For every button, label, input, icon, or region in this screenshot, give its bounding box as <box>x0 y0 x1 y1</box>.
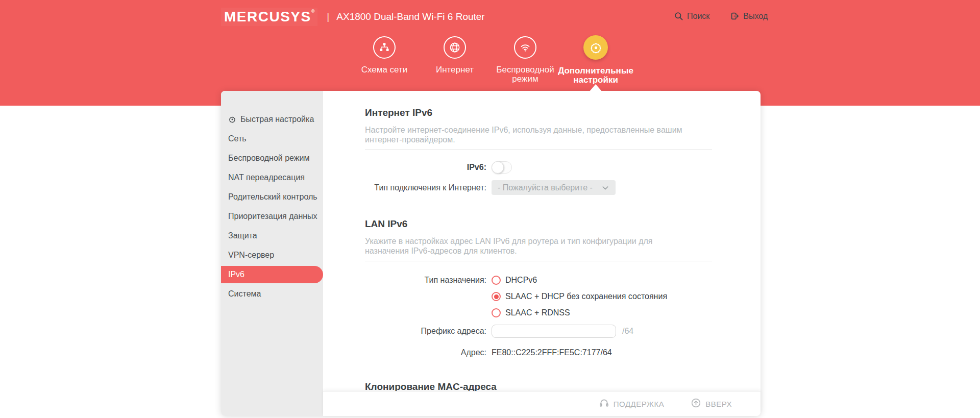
prefix-suffix: /64 <box>622 327 633 336</box>
toggle-knob <box>492 161 504 174</box>
nav-label: Интернет <box>436 65 474 75</box>
radio-icon <box>492 308 501 317</box>
nav-item-network-map[interactable]: Схема сети <box>349 36 420 85</box>
brand-divider: | <box>327 11 329 22</box>
prefix-label: Префикс адреса: <box>365 327 492 336</box>
search-icon <box>674 11 683 21</box>
radio-label: DHCPv6 <box>505 276 537 285</box>
sidebar-item-label: Беспроводной режим <box>228 154 309 163</box>
search-label: Поиск <box>687 12 709 21</box>
sidebar-item-nat-forwarding[interactable]: NAT переадресация <box>221 168 323 187</box>
radio-icon <box>492 276 501 285</box>
sidebar-item-label: Приоритезация данных <box>228 212 317 221</box>
search-button[interactable]: Поиск <box>674 11 709 21</box>
radio-option-dhcpv6[interactable]: DHCPv6 <box>492 276 667 285</box>
mercusys-logo: MERCUSYS® <box>221 8 317 26</box>
arrow-up-circle-icon <box>691 398 701 410</box>
assign-type-radio-group: DHCPv6 SLAAC + DHCP без сохранения состо… <box>492 276 667 317</box>
sidebar-item-parental-controls[interactable]: Родительский контроль <box>221 187 323 207</box>
chevron-down-icon <box>601 184 609 192</box>
sidebar-item-label: IPv6 <box>228 270 244 279</box>
select-value: - Пожалуйста выберите - <box>498 183 593 192</box>
globe-icon <box>444 36 466 59</box>
nav-item-advanced-settings[interactable]: Дополнительные настройки <box>560 36 631 85</box>
headphones-icon <box>599 398 609 410</box>
connection-type-label: Тип подключения к Интернет: <box>365 183 492 192</box>
sidebar-item-ipv6[interactable]: IPv6 <box>221 266 323 283</box>
radio-icon <box>492 292 501 301</box>
device-title: AX1800 Dual-Band Wi-Fi 6 Router <box>336 11 484 22</box>
selected-nav-pointer <box>589 84 602 92</box>
back-to-top-label: ВВЕРХ <box>705 400 732 408</box>
nav-item-wireless[interactable]: Беспроводной режим <box>490 36 560 85</box>
nav-item-internet[interactable]: Интернет <box>420 36 490 85</box>
sidebar-item-label: Сеть <box>228 134 247 143</box>
sidebar-item-vpn-server[interactable]: VPN-сервер <box>221 245 323 265</box>
sidebar-item-wireless[interactable]: Беспроводной режим <box>221 149 323 168</box>
section-description: Укажите в настройках адрес LAN IPv6 для … <box>365 236 697 256</box>
sidebar-item-network[interactable]: Сеть <box>221 129 323 149</box>
section-title-lan-ipv6: LAN IPv6 <box>365 218 712 230</box>
assign-type-label: Тип назначения: <box>365 276 492 285</box>
sidebar-item-label: NAT переадресация <box>228 173 305 182</box>
support-button[interactable]: ПОДДЕРЖКА <box>599 398 664 410</box>
sidebar-item-qos[interactable]: Приоритезация данных <box>221 207 323 226</box>
gear-icon <box>228 115 236 124</box>
wifi-icon <box>514 36 536 59</box>
radio-option-slaac-dhcp[interactable]: SLAAC + DHCP без сохранения состояния <box>492 292 667 301</box>
radio-option-slaac-rdnss[interactable]: SLAAC + RDNSS <box>492 308 667 317</box>
sidebar: Быстрая настройка Сеть Беспроводной режи… <box>221 91 323 416</box>
registered-mark: ® <box>311 9 315 14</box>
content-panel: Интернет IPv6 Настройте интернет-соедине… <box>323 91 761 416</box>
ipv6-toggle[interactable] <box>492 161 512 174</box>
gear-icon <box>583 35 608 60</box>
support-label: ПОДДЕРЖКА <box>614 400 664 408</box>
nav-label: Дополнительные настройки <box>558 66 633 85</box>
sidebar-item-label: Защита <box>228 231 257 240</box>
footer-bar: ПОДДЕРЖКА ВВЕРХ <box>323 391 761 416</box>
section-description: Настройте интернет-соединение IPv6, испо… <box>365 125 697 144</box>
nav-label: Схема сети <box>361 65 408 75</box>
network-map-icon <box>373 36 396 59</box>
sidebar-item-system[interactable]: Система <box>221 284 323 304</box>
settings-card: Быстрая настройка Сеть Беспроводной режи… <box>221 91 761 416</box>
header: MERCUSYS® | AX1800 Dual-Band Wi-Fi 6 Rou… <box>0 0 980 106</box>
nav-label: Беспроводной режим <box>490 65 560 84</box>
sidebar-item-label: VPN-сервер <box>228 251 274 260</box>
radio-label: SLAAC + RDNSS <box>505 308 570 317</box>
connection-type-select[interactable]: - Пожалуйста выберите - <box>492 180 616 195</box>
section-title-internet-ipv6: Интернет IPv6 <box>365 107 712 118</box>
prefix-input[interactable] <box>492 325 616 338</box>
section-divider <box>365 261 712 261</box>
sidebar-item-security[interactable]: Защита <box>221 226 323 245</box>
sidebar-item-label: Родительский контроль <box>228 192 317 202</box>
address-label: Адрес: <box>365 348 492 357</box>
logout-button[interactable]: Выход <box>730 11 768 21</box>
section-divider <box>365 150 712 150</box>
address-value: FE80::C225:2FFF:FE5C:7177/64 <box>492 348 612 357</box>
logout-label: Выход <box>743 12 768 21</box>
sidebar-item-label: Система <box>228 289 261 299</box>
logout-icon <box>730 11 740 21</box>
back-to-top-button[interactable]: ВВЕРХ <box>691 398 732 410</box>
ipv6-label: IPv6: <box>365 163 492 172</box>
sidebar-item-label: Быстрая настройка <box>240 115 314 124</box>
top-navigation: Схема сети Интернет Беспров <box>349 36 631 85</box>
sidebar-item-quick-setup[interactable]: Быстрая настройка <box>221 110 323 129</box>
header-brand: MERCUSYS® | AX1800 Dual-Band Wi-Fi 6 Rou… <box>221 6 485 28</box>
radio-label: SLAAC + DHCP без сохранения состояния <box>505 292 667 301</box>
